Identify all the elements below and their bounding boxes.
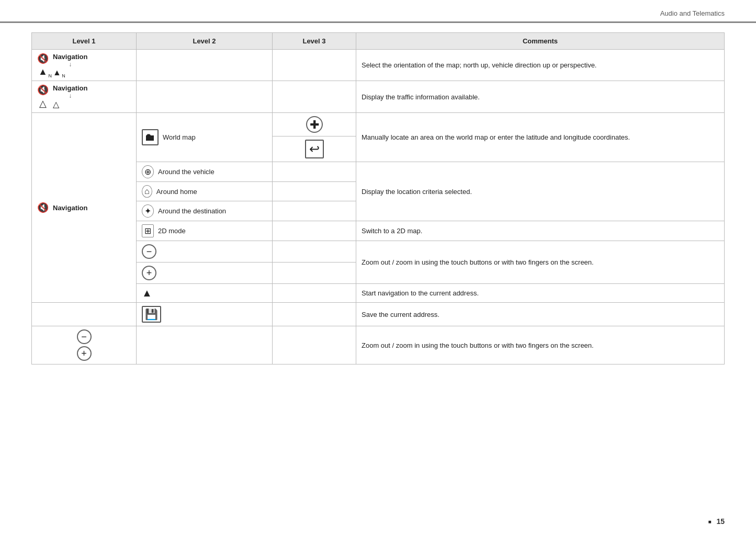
arrow-icon: ▲ [142,287,152,299]
comments-cell-worldmap: Manually locate an area on the world map… [356,113,725,162]
level3-cell-zoom-empty [273,326,356,364]
col-header-level2: Level 2 [137,33,273,50]
table-row: 🔇 ▲N Navigation ↓ ▲N [32,50,725,81]
col-header-comments: Comments [356,33,725,50]
col-header-level1: Level 1 [32,33,137,50]
nav-icons-col: 🔇 ▲N [37,53,49,77]
level2-vehicle-row: ⊕ Around the vehicle [142,165,267,178]
table-row: − + Zoom out / zoom in using the touch b… [32,326,725,364]
level2-worldmap-row: 🖿 World map [142,129,267,145]
level1-cell-save-empty [32,303,137,326]
comment-text-2d: Switch to a 2D map. [362,227,422,235]
comment-text-save: Save the current address. [362,311,439,318]
level2-save-row: 💾 [142,306,267,323]
level3-cell-globe: ✚ [273,113,356,136]
comments-cell-save: Save the current address. [356,303,725,326]
level3-cell-orientation [273,50,356,81]
level2-destination-row: ✦ Around the destination [142,204,267,218]
nav-icons-col-main: 🔇 [37,202,49,213]
level3-back-icon: ↩ [278,140,351,158]
level2-cell-2d: ⊞ 2D mode [137,221,273,241]
level1-zoom-icons: − + [37,329,131,361]
level1-cell-main: 🔇 Navigation [32,113,137,303]
level1-cell-zoom: − + [32,326,137,364]
level2-cell-traffic [137,81,273,113]
level1-inner-traffic: 🔇 △ Navigation ↓ △ [37,84,131,109]
level2-2d-row: ⊞ 2D mode [142,224,267,237]
col-header-level3: Level 3 [273,33,356,50]
comment-text-traffic: Display the traffic information availabl… [362,93,480,101]
level3-cell-home [273,182,356,201]
level2-cell-destination: ✦ Around the destination [137,201,273,221]
level3-cell-traffic [273,81,356,113]
level3-cell-save [273,303,356,326]
level3-cell-2d [273,221,356,241]
comment-text-worldmap: Manually locate an area on the world map… [362,133,630,141]
level2-cell-zoomin: + [137,263,273,284]
zoomin-icon: + [142,266,156,280]
destination-icon: ✦ [142,204,154,218]
table-row: 🔇 Navigation 🖿 World map ✚ [32,113,725,136]
level2-zoomout-row: − [142,244,267,259]
warning-icon: △ [39,98,47,109]
level3-cell-zoomin [273,263,356,284]
level2-cell-zoomout: − [137,241,273,263]
comments-cell-2d: Switch to a 2D map. [356,221,725,241]
footer-square-icon: ■ [708,519,711,524]
level2-cell-orientation [137,50,273,81]
grid-icon: ⊞ [142,224,154,237]
home-icon: ⌂ [142,185,152,198]
worldmap-icon: 🖿 [142,129,159,145]
zoomout-icon: − [142,244,156,259]
worldmap-label: World map [163,133,196,141]
mute-icon: 🔇 [37,53,49,64]
nav-label-wrap-traffic: Navigation ↓ △ [53,84,87,109]
page-header: Audio and Telematics [0,0,756,23]
comments-cell-around: Display the location criteria selected. [356,162,725,221]
level3-cell-back: ↩ [273,136,356,162]
level3-cell-destination [273,201,356,221]
level3-globe-icon: ✚ [278,116,351,133]
mute-icon-2: 🔇 [37,84,49,96]
vehicle-icon: ⊕ [142,165,154,178]
page-number: 15 [716,517,725,526]
mute-icon-3: 🔇 [37,202,49,213]
level2-cell-startnav: ▲ [137,284,273,303]
comments-cell-zoom: Zoom out / zoom in using the touch butto… [356,241,725,284]
home-label: Around home [156,188,197,196]
comment-text-zoom-l1: Zoom out / zoom in using the touch butto… [362,341,594,349]
comment-text-startnav: Start navigation to the current address. [362,289,479,297]
comments-cell-traffic: Display the traffic information availabl… [356,81,725,113]
level1-inner: 🔇 ▲N Navigation ↓ ▲N [37,53,131,77]
comments-cell-zoom-l1: Zoom out / zoom in using the touch butto… [356,326,725,364]
level1-cell-orientation: 🔇 ▲N Navigation ↓ ▲N [32,50,137,81]
level1-cell-traffic: 🔇 △ Navigation ↓ △ [32,81,137,113]
level3-cell-zoomout [273,241,356,263]
comments-cell-startnav: Start navigation to the current address. [356,284,725,303]
level3-cell-startnav [273,284,356,303]
zoom-out-icon-l1: − [77,329,92,344]
level2-home-row: ⌂ Around home [142,185,267,198]
table-row: 🔇 △ Navigation ↓ △ [32,81,725,113]
vehicle-label: Around the vehicle [158,168,215,176]
zoom-in-icon-l1: + [77,346,92,361]
nav-label-main: Navigation [53,204,87,212]
comment-text-zoom: Zoom out / zoom in using the touch butto… [362,258,594,266]
north-arrow-icon: ▲N [38,66,48,77]
comments-cell-orientation: Select the orientation of the map; north… [356,50,725,81]
nav-label-traffic: Navigation [53,84,87,92]
level2-cell-zoom-empty [137,326,273,364]
level1-inner-main: 🔇 Navigation [37,202,131,213]
save-icon: 💾 [142,306,161,323]
comment-text-around: Display the location criteria selected. [362,188,472,196]
main-table: Level 1 Level 2 Level 3 Comments 🔇 ▲N Na… [31,32,725,364]
2d-label: 2D mode [158,227,186,235]
level2-cell-worldmap: 🖿 World map [137,113,273,162]
level2-cell-vehicle: ⊕ Around the vehicle [137,162,273,182]
nav-icons-col-traffic: 🔇 △ [37,84,49,109]
destination-label: Around the destination [158,207,226,215]
nav-label-wrap: Navigation ↓ ▲N [53,53,87,77]
level3-cell-vehicle [273,162,356,182]
table-header-row: Level 1 Level 2 Level 3 Comments [32,33,725,50]
comment-text: Select the orientation of the map; north… [362,61,596,69]
